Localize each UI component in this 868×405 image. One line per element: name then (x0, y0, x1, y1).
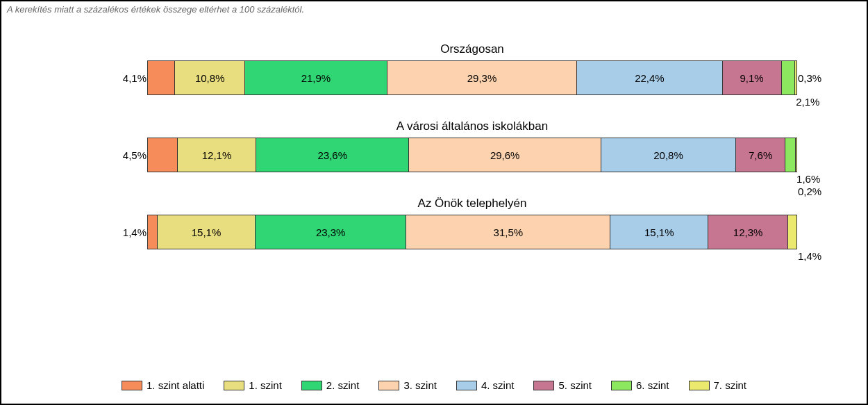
segment-label: 0,3% (796, 72, 821, 84)
bar-segment: 1,4% (148, 215, 157, 249)
legend-item: 5. szint (533, 379, 592, 391)
segment-label: 1,4% (123, 226, 147, 238)
legend-item: 1. szint (224, 379, 282, 391)
bar-segment: 9,1% (722, 61, 781, 94)
bar-segment: 2,1% (781, 61, 795, 94)
legend-label: 4. szint (481, 379, 515, 391)
legend: 1. szint alatti1. szint2. szint3. szint4… (1, 379, 867, 391)
bar-segment: 10,8% (174, 61, 244, 94)
bar-segment: 31,5% (406, 215, 610, 249)
legend-item: 2. szint (301, 379, 360, 391)
legend-label: 1. szint (249, 379, 282, 391)
bar-segment: 23,6% (256, 138, 408, 172)
bar-segment: 29,3% (387, 61, 577, 94)
bar-segment: 1,4% (787, 215, 796, 249)
legend-label: 7. szint (714, 379, 747, 391)
legend-item: 6. szint (611, 379, 669, 391)
bars-area: Országosan4,1%10,8%21,9%29,3%22,4%9,1%2,… (1, 15, 867, 249)
legend-label: 3. szint (403, 379, 437, 391)
legend-item: 1. szint alatti (122, 379, 204, 391)
stacked-bar: 4,1%10,8%21,9%29,3%22,4%9,1%2,1%0,3% (147, 60, 797, 95)
chart-container: A kerekítés miatt a százalékos értékek ö… (0, 0, 868, 405)
bar-segment: 1,6% (785, 138, 795, 172)
legend-item: 7. szint (689, 379, 747, 391)
bar-title: A városi általános iskolákban (147, 119, 797, 133)
bar-segment: 20,8% (601, 138, 735, 172)
bar-title: Az Önök telephelyén (147, 197, 797, 210)
segment-label: 1,6% (795, 173, 820, 185)
segment-label: 4,5% (123, 149, 147, 161)
bar-segment: 15,1% (157, 215, 255, 249)
legend-swatch (378, 381, 399, 390)
legend-swatch (122, 381, 142, 390)
bar-segment: 29,6% (408, 138, 600, 172)
legend-swatch (456, 381, 477, 390)
bar-segment: 4,5% (148, 138, 177, 172)
stacked-bar: 1,4%15,1%23,3%31,5%15,1%12,3%1,4% (147, 215, 797, 249)
legend-swatch (689, 381, 710, 390)
rounding-note: A kerekítés miatt a százalékos értékek ö… (1, 1, 867, 15)
segment-label: 2,1% (794, 96, 819, 108)
legend-label: 5. szint (558, 379, 592, 391)
bar-segment: 12,3% (708, 215, 787, 249)
bar-segment: 15,1% (610, 215, 708, 249)
legend-label: 1. szint alatti (147, 379, 204, 391)
segment-label: 4,1% (123, 72, 147, 84)
bar-group: Az Önök telephelyén1,4%15,1%23,3%31,5%15… (147, 197, 797, 249)
legend-item: 4. szint (456, 379, 515, 391)
bar-group: A városi általános iskolákban4,5%12,1%23… (147, 119, 797, 172)
segment-label: 0,2% (796, 185, 821, 197)
bar-segment: 4,1% (148, 61, 174, 94)
bar-segment: 22,4% (576, 61, 721, 94)
bar-segment: 0,2% (795, 138, 796, 172)
segment-label: 1,4% (796, 250, 821, 262)
legend-label: 6. szint (636, 379, 669, 391)
bar-segment: 12,1% (177, 138, 256, 172)
bar-segment: 0,3% (794, 61, 796, 94)
bar-segment: 21,9% (244, 61, 387, 94)
legend-swatch (301, 381, 322, 390)
legend-swatch (224, 381, 244, 390)
bar-group: Országosan4,1%10,8%21,9%29,3%22,4%9,1%2,… (147, 42, 797, 95)
bar-title: Országosan (147, 42, 797, 56)
legend-item: 3. szint (378, 379, 437, 391)
legend-swatch (611, 381, 632, 390)
legend-label: 2. szint (326, 379, 360, 391)
stacked-bar: 4,5%12,1%23,6%29,6%20,8%7,6%1,6%0,2% (147, 138, 797, 172)
legend-swatch (533, 381, 554, 390)
bar-segment: 7,6% (735, 138, 785, 172)
bar-segment: 23,3% (255, 215, 406, 249)
